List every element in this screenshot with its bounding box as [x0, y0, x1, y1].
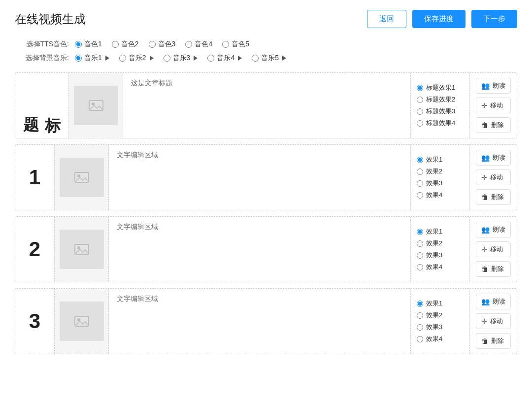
effect-item-0-1[interactable]: 标题效果2	[417, 95, 464, 104]
delete-icon: 🗑	[481, 337, 488, 345]
music-option-3[interactable]: 音乐3	[164, 54, 198, 63]
svg-rect-6	[75, 316, 89, 326]
read-icon: 👥	[481, 298, 490, 305]
effect-item-1-0[interactable]: 效果1	[417, 155, 464, 164]
segment-card-0: 标题 标题效果1标题效果2标题效果3标题效果4👥朗读✛移动🗑删除	[15, 72, 517, 138]
image-placeholder-2	[60, 230, 104, 269]
effect-item-2-0[interactable]: 效果1	[417, 227, 464, 236]
read-label-3: 朗读	[493, 297, 505, 306]
segment-image-3[interactable]	[55, 289, 109, 354]
segment-text-area-3[interactable]	[109, 289, 411, 354]
tts-option-1[interactable]: 音色1	[75, 40, 102, 49]
tts-option-3[interactable]: 音色3	[149, 40, 176, 49]
effect-item-1-3[interactable]: 效果4	[417, 191, 464, 200]
effect-item-0-0[interactable]: 标题效果1	[417, 83, 464, 92]
effect-item-2-1[interactable]: 效果2	[417, 239, 464, 248]
save-button[interactable]: 保存进度	[412, 10, 466, 28]
play-icon[interactable]	[105, 56, 109, 61]
move-button-3[interactable]: ✛移动	[476, 313, 511, 329]
read-icon: 👥	[481, 154, 490, 162]
segment-image-2[interactable]	[55, 217, 109, 282]
segment-actions-2: 👥朗读✛移动🗑删除	[470, 217, 517, 282]
play-icon[interactable]	[194, 56, 198, 61]
read-button-2[interactable]: 👥朗读	[476, 222, 511, 237]
read-button-3[interactable]: 👥朗读	[476, 294, 511, 309]
play-icon[interactable]	[282, 56, 286, 61]
segment-image-0[interactable]	[69, 73, 123, 138]
tts-row: 选择TTS音色: 音色1音色2音色3音色4音色5	[15, 40, 517, 49]
move-button-1[interactable]: ✛移动	[476, 169, 511, 185]
tts-label: 选择TTS音色:	[15, 40, 69, 49]
read-label-1: 朗读	[493, 153, 505, 162]
segment-index-1: 1	[15, 145, 55, 210]
image-placeholder-0	[74, 86, 118, 125]
segment-textarea-2[interactable]	[117, 223, 402, 262]
move-label-3: 移动	[490, 317, 503, 326]
segment-text-area-2[interactable]	[109, 217, 411, 282]
move-icon: ✛	[481, 101, 487, 109]
segment-textarea-0[interactable]	[131, 79, 402, 118]
move-button-2[interactable]: ✛移动	[476, 241, 511, 257]
segment-image-1[interactable]	[55, 145, 109, 210]
delete-button-1[interactable]: 🗑删除	[476, 189, 511, 205]
segment-textarea-3[interactable]	[117, 295, 402, 334]
effect-item-3-0[interactable]: 效果1	[417, 299, 464, 308]
segment-actions-1: 👥朗读✛移动🗑删除	[470, 145, 517, 210]
back-button[interactable]: 返回	[367, 10, 406, 28]
delete-label-0: 删除	[491, 121, 504, 130]
image-placeholder-1	[60, 158, 104, 197]
segment-index-3: 3	[15, 289, 55, 354]
tts-option-5[interactable]: 音色5	[222, 40, 249, 49]
segments-section: 标题 标题效果1标题效果2标题效果3标题效果4👥朗读✛移动🗑删除1 效果1效果2…	[15, 72, 517, 354]
move-icon: ✛	[481, 245, 487, 253]
effect-item-3-3[interactable]: 效果4	[417, 335, 464, 343]
segment-text-area-0[interactable]	[123, 73, 411, 138]
segment-effects-3: 效果1效果2效果3效果4	[411, 289, 470, 354]
tts-option-4[interactable]: 音色4	[185, 40, 212, 49]
effect-item-1-1[interactable]: 效果2	[417, 167, 464, 176]
segment-index-2: 2	[15, 217, 55, 282]
segment-text-area-1[interactable]	[109, 145, 411, 210]
effect-item-0-2[interactable]: 标题效果3	[417, 107, 464, 116]
read-icon: 👥	[481, 82, 490, 90]
delete-button-2[interactable]: 🗑删除	[476, 261, 511, 277]
play-icon[interactable]	[238, 56, 242, 61]
effect-item-3-1[interactable]: 效果2	[417, 311, 464, 320]
read-label-0: 朗读	[493, 81, 505, 90]
delete-button-3[interactable]: 🗑删除	[476, 333, 511, 349]
header-buttons: 返回 保存进度 下一步	[367, 10, 517, 28]
next-button[interactable]: 下一步	[471, 10, 517, 28]
music-row: 选择背景音乐: 音乐1音乐2音乐3音乐4音乐5	[15, 54, 517, 63]
effect-item-1-2[interactable]: 效果3	[417, 179, 464, 188]
segment-index-0: 标题	[15, 73, 69, 138]
effect-item-2-3[interactable]: 效果4	[417, 263, 464, 271]
move-label-0: 移动	[490, 101, 503, 110]
settings-section: 选择TTS音色: 音色1音色2音色3音色4音色5 选择背景音乐: 音乐1音乐2音…	[15, 40, 517, 63]
music-option-2[interactable]: 音乐2	[119, 54, 154, 63]
read-icon: 👥	[481, 226, 490, 234]
svg-rect-4	[75, 244, 89, 254]
segment-actions-3: 👥朗读✛移动🗑删除	[470, 289, 517, 354]
svg-rect-0	[89, 101, 103, 110]
segment-effects-2: 效果1效果2效果3效果4	[411, 217, 470, 282]
play-icon[interactable]	[150, 56, 154, 61]
move-label-1: 移动	[490, 173, 503, 182]
delete-button-0[interactable]: 🗑删除	[476, 117, 511, 133]
music-option-1[interactable]: 音乐1	[75, 54, 109, 63]
music-option-5[interactable]: 音乐5	[252, 54, 286, 63]
tts-option-2[interactable]: 音色2	[112, 40, 139, 49]
effect-item-2-2[interactable]: 效果3	[417, 251, 464, 260]
effect-item-0-3[interactable]: 标题效果4	[417, 119, 464, 128]
music-option-4[interactable]: 音乐4	[207, 54, 242, 63]
move-button-0[interactable]: ✛移动	[476, 98, 511, 113]
read-button-0[interactable]: 👥朗读	[476, 78, 511, 94]
read-button-1[interactable]: 👥朗读	[476, 150, 511, 166]
move-icon: ✛	[481, 173, 487, 181]
delete-label-3: 删除	[491, 336, 504, 345]
page-header: 在线视频生成 返回 保存进度 下一步	[15, 10, 517, 28]
segment-textarea-1[interactable]	[117, 151, 402, 190]
image-placeholder-3	[60, 302, 104, 341]
segment-effects-0: 标题效果1标题效果2标题效果3标题效果4	[411, 73, 470, 138]
effect-item-3-2[interactable]: 效果3	[417, 323, 464, 332]
music-label: 选择背景音乐:	[15, 54, 69, 63]
